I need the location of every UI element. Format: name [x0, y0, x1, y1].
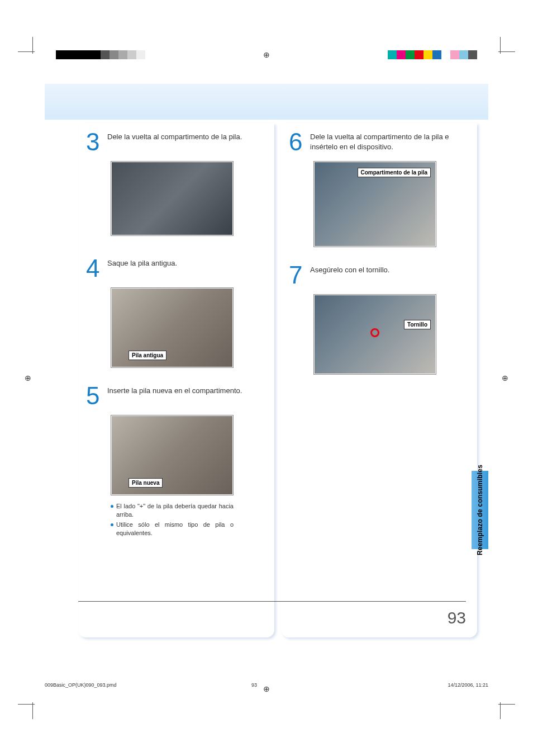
registration-mark-icon — [22, 372, 34, 384]
page-content: 3 Dele la vuelta al compartimento de la … — [45, 84, 488, 655]
color-swatch — [423, 50, 432, 59]
step-number: 7 — [289, 263, 304, 287]
color-swatch — [441, 50, 450, 59]
color-swatch — [110, 50, 118, 59]
color-swatch — [450, 50, 459, 59]
callout-label: Tornillo — [404, 320, 431, 329]
step-5: 5 Inserte la pila nueva en el compartime… — [86, 384, 266, 408]
step-7-photo: Tornillo — [313, 294, 436, 375]
step-number: 3 — [86, 130, 102, 154]
color-swatch — [154, 50, 163, 59]
color-swatch — [127, 50, 136, 59]
step-5-notes: El lado "+" de la pila debería quedar ha… — [111, 502, 234, 537]
color-swatch — [136, 50, 145, 59]
callout-label: Pila nueva — [129, 478, 163, 488]
section-tab-label: Reemplazo de consumibles — [476, 465, 484, 555]
color-bar — [388, 50, 477, 59]
color-swatch — [415, 50, 423, 59]
page-number: 93 — [448, 608, 466, 627]
header-band — [45, 84, 488, 120]
crop-mark — [28, 692, 45, 709]
color-swatch — [65, 50, 74, 59]
footer-file: 009Basic_OP(UK)090_093.pmd — [45, 682, 117, 688]
color-bar — [56, 50, 163, 59]
section-tab: Reemplazo de consumibles — [472, 471, 488, 549]
step-5-photo: Pila nueva — [111, 415, 234, 495]
step-text: Dele la vuelta al compartimento de la pi… — [107, 130, 242, 154]
color-swatch — [92, 50, 101, 59]
step-3-photo — [111, 161, 234, 236]
color-swatch — [459, 50, 468, 59]
color-swatch — [145, 50, 154, 59]
step-6: 6 Dele la vuelta al compartimento de la … — [289, 130, 469, 154]
step-4: 4 Saque la pila antigua. — [86, 256, 266, 281]
registration-mark-icon — [261, 49, 272, 60]
color-swatch — [397, 50, 406, 59]
column-left: 3 Dele la vuelta al compartimento de la … — [78, 123, 274, 637]
step-6-photo: Compartimento de la pila — [313, 161, 436, 247]
color-swatch — [432, 50, 441, 59]
step-7: 7 Asegúrelo con el tornillo. — [289, 263, 469, 287]
color-swatch — [468, 50, 477, 59]
crop-footer-meta: 009Basic_OP(UK)090_093.pmd 93 14/12/2006… — [45, 682, 488, 688]
step-text: Dele la vuelta al compartimento de la pi… — [310, 130, 469, 154]
page-number-rule — [78, 601, 466, 602]
column-right: 6 Dele la vuelta al compartimento de la … — [281, 123, 477, 637]
crop-mark — [488, 692, 505, 709]
step-text: Saque la pila antigua. — [107, 256, 177, 281]
color-swatch — [56, 50, 65, 59]
footer-page: 93 — [251, 682, 257, 688]
content-columns: 3 Dele la vuelta al compartimento de la … — [78, 123, 477, 637]
step-text: Asegúrelo con el tornillo. — [310, 263, 389, 287]
step-number: 5 — [86, 384, 102, 408]
footer-datetime: 14/12/2006, 11:21 — [448, 682, 488, 688]
color-swatch — [101, 50, 110, 59]
highlight-circle-icon — [370, 328, 379, 337]
step-text: Inserte la pila nueva en el compartiment… — [107, 384, 242, 408]
note-item: El lado "+" de la pila debería quedar ha… — [111, 502, 234, 519]
note-item: Utilice sólo el mismo tipo de pila o equ… — [111, 521, 234, 537]
step-number: 4 — [86, 256, 102, 281]
color-swatch — [83, 50, 92, 59]
step-number: 6 — [289, 130, 304, 154]
color-swatch — [388, 50, 397, 59]
registration-mark-icon — [499, 372, 511, 384]
step-4-photo: Pila antigua — [111, 287, 234, 368]
color-swatch — [74, 50, 83, 59]
color-swatch — [406, 50, 415, 59]
color-swatch — [118, 50, 127, 59]
step-3: 3 Dele la vuelta al compartimento de la … — [86, 130, 266, 154]
callout-label: Pila antigua — [129, 351, 166, 360]
crop-mark — [488, 47, 505, 64]
callout-label: Compartimento de la pila — [358, 168, 431, 177]
crop-mark — [28, 47, 45, 64]
